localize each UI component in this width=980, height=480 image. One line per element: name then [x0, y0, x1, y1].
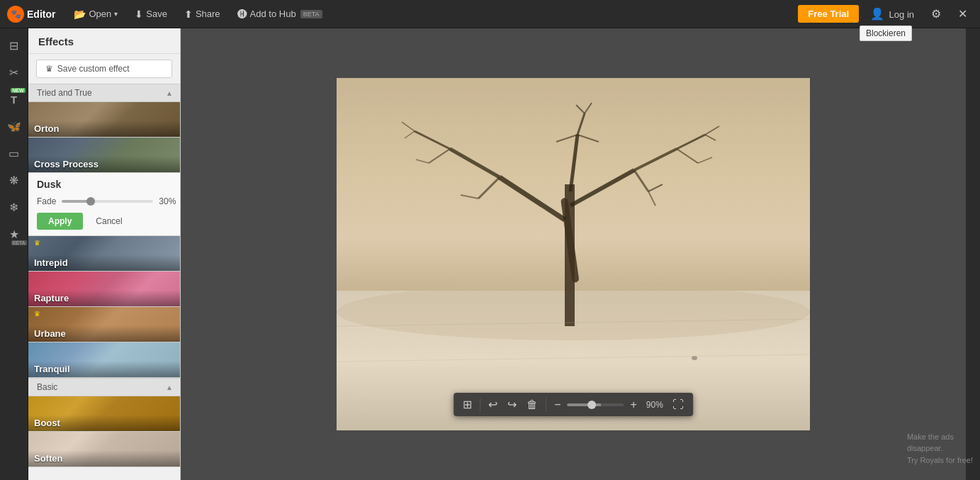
effects-scroll: Tried and True ▲ Orton Cross Process Dus… [28, 84, 180, 480]
open-icon: 📂 [74, 9, 86, 20]
sliders-icon: ⊟ [9, 39, 18, 52]
layers-button[interactable]: ⊞ [459, 396, 475, 413]
beta-badge: BETA [300, 10, 322, 18]
app-logo: 🐾 Editor [7, 6, 55, 23]
text-icon: T [11, 94, 17, 106]
chevron-basic-icon: ▲ [166, 384, 173, 391]
effect-urbane-label: Urbane [28, 325, 180, 342]
effect-urbane[interactable]: ♛ Urbane [28, 307, 180, 342]
undo-icon: ↩ [488, 398, 497, 411]
dusk-actions: Apply Cancel [37, 213, 171, 230]
save-button[interactable]: ⬇ Save [129, 6, 173, 23]
canvas-area: ⊞ ↩ ↪ 🗑 − + 90% [181, 28, 966, 480]
undo-button[interactable]: ↩ [485, 396, 501, 413]
bottom-toolbar: ⊞ ↩ ↪ 🗑 − + 90% [454, 393, 693, 416]
share-button[interactable]: ⬆ Share [179, 6, 226, 23]
sidebar-item-overlays[interactable]: ❄ [1, 194, 27, 220]
open-label: Open [89, 9, 111, 19]
layers-icon: ⊞ [463, 398, 472, 411]
crown-icon-intrepid: ♛ [34, 239, 40, 247]
crop-icon: ✂ [9, 66, 18, 79]
fade-slider[interactable] [62, 200, 153, 203]
chevron-up-icon: ▲ [166, 89, 173, 97]
zoom-out-button[interactable]: − [551, 396, 564, 413]
hub-icon: 🅗 [237, 9, 247, 20]
fade-row: Fade 30% ✏ [37, 196, 171, 207]
effect-soften-label: Soften [28, 450, 180, 467]
effect-orton-label: Orton [28, 121, 180, 137]
topbar: 🐾 Editor 📂 Open ▾ ⬇ Save ⬆ Share 🅗 Add t… [0, 0, 980, 28]
effect-boost[interactable]: Boost [28, 396, 180, 432]
section-basic-title: Basic [37, 382, 57, 392]
icon-sidebar: ⊟ ✂ T NEW 🦋 ▭ ❋ ❄ ★ BETA [0, 28, 28, 480]
free-trial-button[interactable]: Free Trial [798, 5, 859, 23]
effect-tranquil-label: Tranquil [28, 361, 180, 377]
new-badge: NEW [11, 88, 25, 93]
zoom-out-icon: − [554, 398, 561, 411]
fade-label: Fade [37, 196, 56, 206]
effects-panel: Effects ♛ Save custom effect Tried and T… [28, 28, 181, 480]
crown-icon: ♛ [45, 64, 53, 74]
cancel-button[interactable]: Cancel [89, 213, 129, 230]
sidebar-item-text[interactable]: T NEW [1, 86, 27, 112]
sidebar-item-textures[interactable]: ❋ [1, 167, 27, 193]
effect-intrepid-label: Intrepid [28, 255, 180, 271]
effect-rapture[interactable]: Rapture [28, 272, 180, 307]
trash-icon: 🗑 [526, 398, 538, 411]
frames-icon: ▭ [9, 147, 19, 160]
stickers-icon: ★ [9, 228, 19, 241]
effect-boost-label: Boost [28, 415, 180, 431]
save-custom-effect-button[interactable]: ♛ Save custom effect [36, 60, 173, 78]
sidebar-item-crop[interactable]: ✂ [1, 60, 27, 85]
open-button[interactable]: 📂 Open ▾ [68, 6, 123, 23]
effect-soften[interactable]: Soften [28, 432, 180, 467]
save-custom-label: Save custom effect [57, 64, 130, 74]
gear-icon: ⚙ [931, 8, 941, 20]
add-to-hub-button[interactable]: 🅗 Add to Hub BETA [232, 6, 328, 23]
ad-line-3: Try Royals for free! [907, 454, 973, 467]
fullscreen-button[interactable]: ⛶ [669, 396, 687, 413]
sidebar-item-stickers[interactable]: ★ BETA [1, 221, 27, 247]
effect-intrepid[interactable]: ♛ Intrepid [28, 236, 180, 272]
redo-button[interactable]: ↪ [504, 396, 520, 413]
sidebar-item-adjust[interactable]: ⊟ [1, 33, 27, 58]
fade-percent: 30% [159, 196, 176, 206]
section-title: Tried and True [37, 88, 92, 98]
ad-line-1: Make the ads [907, 431, 973, 443]
delete-button[interactable]: 🗑 [523, 396, 541, 413]
app-title: Editor [27, 9, 55, 20]
svg-rect-34 [337, 78, 810, 430]
login-label: Log in [889, 9, 914, 20]
butterfly-icon: 🦋 [7, 120, 21, 133]
effects-title: Effects [28, 28, 180, 54]
zoom-in-button[interactable]: + [626, 396, 640, 413]
dusk-expanded: Dusk Fade 30% ✏ Apply Cancel [28, 173, 180, 236]
section-basic[interactable]: Basic ▲ [28, 378, 180, 396]
apply-button[interactable]: Apply [37, 213, 83, 230]
zoom-percent: 90% [643, 400, 666, 410]
crown-icon-urbane: ♛ [34, 310, 40, 318]
effect-rapture-label: Rapture [28, 290, 180, 306]
fullscreen-icon: ⛶ [672, 398, 684, 411]
right-panel [966, 28, 980, 480]
login-button[interactable]: 👤 Log in [864, 4, 920, 23]
sidebar-item-frames[interactable]: ▭ [1, 140, 27, 166]
toolbar-divider-1 [480, 398, 480, 412]
close-icon: ✕ [958, 8, 967, 20]
close-button[interactable]: ✕ [952, 4, 973, 23]
settings-button[interactable]: ⚙ [925, 4, 947, 23]
blockieren-tooltip: Blockieren [860, 26, 912, 41]
effect-cross-process[interactable]: Cross Process [28, 138, 180, 173]
textures-icon: ❋ [9, 174, 18, 187]
effect-cross-process-label: Cross Process [28, 156, 180, 172]
zoom-slider[interactable] [567, 403, 624, 406]
effect-orton[interactable]: Orton [28, 102, 180, 138]
toolbar-divider-2 [546, 398, 546, 412]
sidebar-item-effects[interactable]: 🦋 [1, 113, 27, 139]
section-tried-and-true[interactable]: Tried and True ▲ [28, 84, 180, 102]
save-label: Save [146, 9, 167, 19]
redo-icon: ↪ [507, 398, 517, 411]
effect-tranquil[interactable]: Tranquil [28, 342, 180, 378]
ad-area: Make the ads disappear. Try Royals for f… [907, 431, 973, 467]
dusk-title: Dusk [37, 179, 171, 190]
